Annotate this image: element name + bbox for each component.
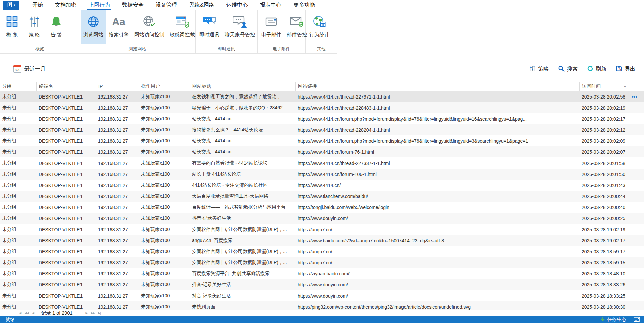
cell-ip: 192.168.31.27: [96, 149, 139, 155]
column-header-terminal[interactable]: 终端名: [36, 82, 96, 91]
task-center-button[interactable]: 任务中心: [600, 317, 626, 323]
menu-tab-data-security[interactable]: 数据安全: [116, 0, 150, 10]
cell-group: 未分组: [0, 204, 36, 210]
menu-tab-start[interactable]: 开始: [26, 0, 49, 10]
table-row[interactable]: 未分组DESKTOP-VLKTLE1192.168.31.27未知玩家x100站…: [0, 169, 644, 180]
column-header-title[interactable]: 网站标题: [190, 82, 295, 91]
table-row[interactable]: 未分组DESKTOP-VLKTLE1192.168.31.27未知玩家x100站…: [0, 135, 644, 146]
cell-user: 未知玩家x100: [139, 171, 190, 177]
policy-button[interactable]: 策略: [529, 65, 549, 73]
mail-control-icon: [290, 14, 304, 30]
table-row[interactable]: 未分组DESKTOP-VLKTLE1192.168.31.27未知玩家x100站…: [0, 113, 644, 124]
column-header-group[interactable]: 分组: [0, 82, 36, 91]
policy-sliders-icon: [29, 14, 40, 30]
ribbon-button-alert[interactable]: 告 警: [46, 10, 67, 44]
cell-time: 2025-03-28 18:59:17: [579, 249, 630, 254]
ribbon-button-overview[interactable]: 概 览: [1, 10, 23, 44]
ribbon-button-policy[interactable]: 策 略: [23, 10, 45, 44]
table-row[interactable]: 未分组DESKTOP-VLKTLE1192.168.31.27未知玩家x100曝…: [0, 102, 644, 113]
pager-prev-button[interactable]: ◀: [32, 311, 34, 315]
table-row[interactable]: 未分组DESKTOP-VLKTLE1192.168.31.27未知玩家x100安…: [0, 224, 644, 235]
export-icon: [616, 65, 622, 73]
cell-group: 未分组: [0, 138, 36, 144]
column-header-user[interactable]: 操作用户: [139, 82, 190, 91]
cell-time: 2025-03-28 18:33:25: [579, 293, 630, 299]
cell-group: 未分组: [0, 116, 36, 122]
cell-ip: 192.168.31.27: [96, 271, 139, 276]
menu-tab-report-center[interactable]: 报表中心: [254, 0, 287, 10]
ribbon-button-search-engine[interactable]: Aa 搜索引擎: [106, 10, 131, 44]
menu-tab-more-features[interactable]: 更多功能: [287, 0, 321, 10]
table-row[interactable]: 未分组DESKTOP-VLKTLE1192.168.31.27未知玩家x100在…: [0, 91, 644, 102]
cell-title: 天辰百度收录批量查询工具-天辰网络: [190, 193, 295, 199]
ribbon-button-instant-message[interactable]: 即时通讯: [197, 10, 222, 44]
table-row[interactable]: 未分组DESKTOP-VLKTLE1192.168.31.27未知玩家x100有…: [0, 157, 644, 169]
cell-ip: 192.168.31.27: [96, 172, 139, 177]
app-menu-button[interactable]: ▾: [3, 1, 19, 10]
table-row[interactable]: 未分组DESKTOP-VLKTLE1192.168.31.27未知玩家x100安…: [0, 246, 644, 257]
menu-tab-doc-encryption[interactable]: 文档加密: [49, 0, 83, 10]
cell-time: 2025-03-28 18:33:26: [579, 282, 630, 287]
pager-prev-page-button[interactable]: ◀◀: [24, 311, 29, 315]
ribbon-button-browse-website[interactable]: 浏览网站: [81, 10, 106, 44]
cell-time: 2025-03-28 20:00:40: [579, 205, 630, 210]
pager-last-button[interactable]: ▶|: [98, 311, 100, 315]
table-row[interactable]: 未分组DESKTOP-VLKTLE1192.168.31.27未知玩家x100天…: [0, 191, 644, 202]
calendar-icon: 23: [13, 65, 21, 73]
cell-title: 安固软件官网 | 专注公司数据防泄漏(DLP)，...: [190, 249, 295, 255]
ribbon-button-email[interactable]: 电子邮件: [259, 10, 284, 44]
app-logo-icon: [7, 2, 13, 9]
column-header-ip[interactable]: IP: [96, 82, 139, 91]
cell-title: 站长交流 - 4414.cn: [190, 116, 295, 122]
ribbon-button-label: 聊天账号管控: [225, 31, 255, 38]
table-row[interactable]: 未分组DESKTOP-VLKTLE1192.168.31.27未知玩家x100a…: [0, 235, 644, 246]
ribbon-button-site-access-control[interactable]: 网站访问控制: [132, 10, 167, 44]
table-row[interactable]: 未分组DESKTOP-VLKTLE1192.168.31.27未知玩家x100抖…: [0, 290, 644, 301]
table-row[interactable]: 未分组DESKTOP-VLKTLE1192.168.31.27未知玩家x100百…: [0, 202, 644, 213]
pager-next-page-button[interactable]: ▶▶: [91, 311, 95, 315]
refresh-button[interactable]: 刷新: [587, 65, 606, 73]
date-range-filter[interactable]: 23 最近一月: [13, 65, 46, 73]
menu-tab-ops-center[interactable]: 运维中心: [220, 0, 254, 10]
overview-grid-icon: [6, 14, 18, 30]
cell-user: 未知玩家x100: [139, 293, 190, 299]
ribbon-group-label: 其他: [306, 46, 337, 52]
table-row[interactable]: 未分组DESKTOP-VLKTLE1192.168.31.27未知玩家x100抖…: [0, 213, 644, 224]
column-header-url[interactable]: 网站链接: [295, 82, 579, 91]
cell-title: angu7.cn_百度搜索: [190, 238, 295, 244]
table-row[interactable]: 未分组DESKTOP-VLKTLE1192.168.31.27未知玩家x100搜…: [0, 124, 644, 135]
cell-time: 2025-03-28 18:30:30: [579, 304, 630, 310]
cell-group: 未分组: [0, 149, 36, 155]
search-button[interactable]: 搜索: [558, 65, 578, 73]
ribbon-button-label: 搜索引擎: [109, 31, 129, 38]
menu-tab-system-network[interactable]: 系统&网络: [183, 0, 220, 10]
pager-first-button[interactable]: |◀: [19, 311, 21, 315]
ribbon-button-label: 告 警: [51, 31, 62, 38]
cell-group: 未分组: [0, 171, 36, 177]
ribbon-button-behavior-stats[interactable]: 行为统计: [307, 10, 332, 44]
filter-bar: 23 最近一月 策略 搜索 刷新: [0, 61, 644, 77]
ribbon-button-sensitive-word-block[interactable]: 敏感词拦截: [167, 10, 197, 44]
refresh-button-label: 刷新: [596, 66, 606, 73]
table-row[interactable]: 未分组DESKTOP-VLKTLE1192.168.31.27未知玩家x1004…: [0, 180, 644, 191]
cell-group: 未分组: [0, 271, 36, 277]
table-row[interactable]: 未分组DESKTOP-VLKTLE1192.168.31.27未知玩家x100未…: [0, 301, 644, 310]
ribbon-button-chat-account-control[interactable]: 聊天账号管控: [222, 10, 257, 44]
column-header-time[interactable]: 访问时间 ▼: [579, 82, 630, 91]
table-row[interactable]: 未分组DESKTOP-VLKTLE1192.168.31.27未知玩家x100抖…: [0, 279, 644, 290]
table-row[interactable]: 未分组DESKTOP-VLKTLE1192.168.31.27未知玩家x100安…: [0, 257, 644, 268]
table-row[interactable]: 未分组DESKTOP-VLKTLE1192.168.31.27未知玩家x100百…: [0, 268, 644, 279]
ribbon-group-email: 电子邮件 邮件管控 电子邮件: [258, 10, 306, 53]
cell-time: 2025-03-28 20:02:17: [579, 116, 630, 122]
row-actions-button[interactable]: •••: [630, 94, 644, 99]
menu-tab-device-management[interactable]: 设备管理: [150, 0, 183, 10]
cell-url: https://angu7.cn/: [295, 249, 579, 254]
task-center-label: 任务中心: [607, 317, 626, 323]
menu-tab-internet-behavior[interactable]: 上网行为: [83, 0, 116, 10]
message-panel-icon[interactable]: [634, 317, 640, 322]
table-row[interactable]: 未分组DESKTOP-VLKTLE1192.168.31.27未知玩家x100站…: [0, 146, 644, 157]
cell-user: 未知玩家x100: [139, 238, 190, 244]
export-button[interactable]: 导出: [616, 65, 635, 73]
pager-next-button[interactable]: ▶: [86, 311, 88, 315]
filter-dropdown-icon[interactable]: ▼: [623, 85, 627, 88]
